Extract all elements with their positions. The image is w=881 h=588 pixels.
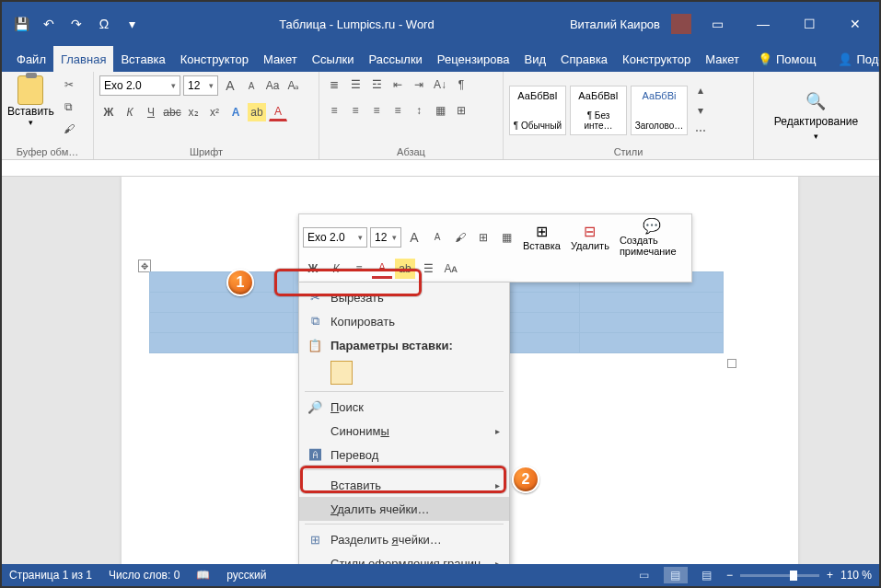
font-color-button[interactable]: A xyxy=(269,103,287,121)
save-button[interactable]: 💾 xyxy=(9,12,33,36)
styles-scroll-down[interactable]: ▾ xyxy=(691,101,710,120)
zoom-out-button[interactable]: − xyxy=(726,569,733,582)
multilevel-button[interactable]: ☲ xyxy=(367,75,386,94)
zoom-slider[interactable] xyxy=(740,574,819,577)
ctx-translate[interactable]: 🅰Перевод xyxy=(299,443,509,467)
symbol-button[interactable]: Ω xyxy=(92,12,116,36)
justify-button[interactable]: ≡ xyxy=(388,101,407,120)
sort-button[interactable]: A↓ xyxy=(431,75,449,94)
mini-comment-button[interactable]: 💬Создать примечание xyxy=(616,217,688,257)
mini-borders[interactable]: ⊞ xyxy=(473,227,493,248)
mini-font-combo[interactable]: Exo 2.0▾ xyxy=(303,227,367,248)
tab-help[interactable]: Справка xyxy=(553,46,615,72)
italic-button[interactable]: К xyxy=(121,103,139,121)
minimize-button[interactable]: — xyxy=(743,2,783,46)
tab-design[interactable]: Конструктор xyxy=(173,46,256,72)
mini-format-painter[interactable]: 🖌 xyxy=(450,227,470,248)
ruler[interactable] xyxy=(2,160,879,177)
change-case-button[interactable]: Aa xyxy=(263,76,282,95)
qat-more[interactable]: ▾ xyxy=(120,12,144,36)
status-words[interactable]: Число слов: 0 xyxy=(109,569,180,582)
redo-button[interactable]: ↷ xyxy=(64,12,88,36)
shrink-font-button[interactable]: A xyxy=(242,76,261,95)
mini-highlight[interactable]: ab xyxy=(395,259,415,279)
paste-button[interactable]: Вставить ▾ xyxy=(7,75,54,127)
mini-insert-button[interactable]: ⊞Вставка xyxy=(519,223,564,251)
mini-grow-font[interactable]: A xyxy=(404,227,424,248)
table-move-handle[interactable]: ✥ xyxy=(138,259,151,272)
undo-button[interactable]: ↶ xyxy=(37,12,61,36)
underline-button[interactable]: Ч xyxy=(142,103,160,121)
mini-delete-button[interactable]: ⊟Удалить xyxy=(567,223,613,251)
style-heading1[interactable]: АаБбВіЗаголово… xyxy=(631,86,688,135)
mini-bullets[interactable]: ☰ xyxy=(418,259,438,279)
share-button[interactable]: 👤Поделиться xyxy=(827,46,881,72)
zoom-level[interactable]: 110 % xyxy=(840,569,872,582)
status-page[interactable]: Страница 1 из 1 xyxy=(9,569,92,582)
mini-font-color[interactable]: A xyxy=(372,259,392,279)
clear-format-button[interactable]: Aₐ xyxy=(284,76,303,95)
user-name[interactable]: Виталий Каиров xyxy=(570,17,666,31)
status-proofing-icon[interactable]: 📖 xyxy=(196,569,210,582)
mini-styles[interactable]: Aᴀ xyxy=(441,259,461,279)
avatar[interactable] xyxy=(671,14,691,34)
style-normal[interactable]: АаБбВвІ¶ Обычный xyxy=(509,86,566,135)
tab-layout[interactable]: Макет xyxy=(256,46,305,72)
mini-italic[interactable]: К xyxy=(326,259,346,279)
mini-align[interactable]: ≡ xyxy=(349,259,369,279)
styles-scroll-up[interactable]: ▴ xyxy=(691,81,710,99)
style-no-spacing[interactable]: АаБбВвІ¶ Без инте… xyxy=(570,86,627,135)
tab-home[interactable]: Главная xyxy=(53,46,113,72)
subscript-button[interactable]: x₂ xyxy=(184,103,203,121)
tab-mailings[interactable]: Рассылки xyxy=(361,46,429,72)
cut-button[interactable]: ✂ xyxy=(60,75,78,94)
borders-button[interactable]: ⊞ xyxy=(452,101,470,120)
align-center-button[interactable]: ≡ xyxy=(346,101,365,120)
ctx-cut[interactable]: ✂Вырезать xyxy=(299,285,509,309)
ctx-search[interactable]: 🔎Поиск xyxy=(299,395,509,419)
copy-button[interactable]: ⧉ xyxy=(60,98,78,116)
font-name-combo[interactable]: Exo 2.0▾ xyxy=(99,75,180,96)
tab-references[interactable]: Ссылки xyxy=(305,46,362,72)
mini-shading[interactable]: ▦ xyxy=(496,227,516,248)
tab-table-layout[interactable]: Макет xyxy=(698,46,747,72)
status-language[interactable]: русский xyxy=(226,569,266,582)
page[interactable]: ✥ Exo 2.0▾ 12▾ A A 🖌 ⊞ ▦ ⊞Вставка ⊟Удали… xyxy=(122,177,798,571)
numbering-button[interactable]: ☰ xyxy=(346,75,365,94)
tab-table-design[interactable]: Конструктор xyxy=(615,46,698,72)
ctx-copy[interactable]: ⧉Копировать xyxy=(299,309,509,333)
ctx-synonyms[interactable]: Синонимы▸ xyxy=(299,419,509,443)
text-effects-button[interactable]: A xyxy=(226,103,245,121)
align-right-button[interactable]: ≡ xyxy=(367,101,386,120)
font-size-combo[interactable]: 12▾ xyxy=(183,75,218,96)
ctx-delete-cells[interactable]: Удалить ячейки… xyxy=(299,497,509,521)
dec-indent-button[interactable]: ⇤ xyxy=(388,75,407,94)
grow-font-button[interactable]: A xyxy=(221,76,239,95)
show-marks-button[interactable]: ¶ xyxy=(452,75,470,94)
inc-indent-button[interactable]: ⇥ xyxy=(410,75,428,94)
paste-option-nest[interactable] xyxy=(330,361,353,385)
ribbon-display-options[interactable]: ▭ xyxy=(697,2,737,46)
bullets-button[interactable]: ≣ xyxy=(325,75,343,94)
mini-bold[interactable]: Ж xyxy=(303,259,323,279)
line-spacing-button[interactable]: ↕ xyxy=(410,101,428,120)
ctx-split-cells[interactable]: ⊞Разделить ячейки… xyxy=(299,527,509,551)
tell-me[interactable]: 💡Помощ xyxy=(747,46,827,72)
shading-button[interactable]: ▦ xyxy=(431,101,449,120)
mini-shrink-font[interactable]: A xyxy=(427,227,447,248)
table-resize-handle[interactable] xyxy=(727,359,736,368)
tab-insert[interactable]: Вставка xyxy=(113,46,172,72)
view-print[interactable]: ▤ xyxy=(664,567,688,583)
strike-button[interactable]: abc xyxy=(163,103,181,121)
highlight-button[interactable]: ab xyxy=(248,103,266,121)
format-painter-button[interactable]: 🖌 xyxy=(60,120,78,138)
view-web[interactable]: ▤ xyxy=(695,567,719,583)
bold-button[interactable]: Ж xyxy=(99,103,118,121)
ctx-insert[interactable]: Вставить▸ xyxy=(299,473,509,497)
tab-file[interactable]: Файл xyxy=(9,46,53,72)
align-left-button[interactable]: ≡ xyxy=(325,101,343,120)
view-read[interactable]: ▭ xyxy=(632,567,656,583)
tab-view[interactable]: Вид xyxy=(517,46,554,72)
styles-more[interactable]: ⋯ xyxy=(691,121,710,140)
maximize-button[interactable]: ☐ xyxy=(789,2,829,46)
